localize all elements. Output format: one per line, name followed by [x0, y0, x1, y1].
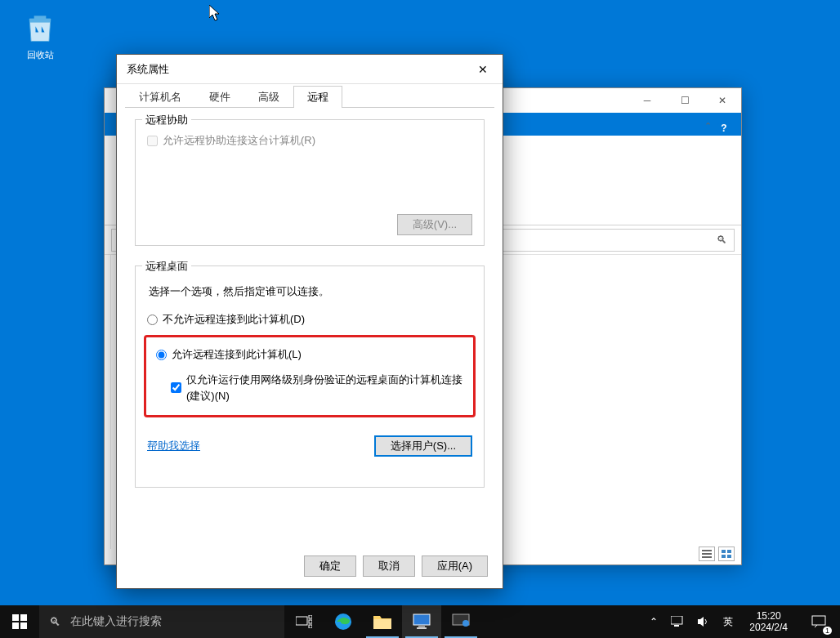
- task-view-icon: [296, 615, 312, 628]
- svg-rect-17: [373, 619, 391, 629]
- volume-icon: [697, 616, 710, 627]
- computer-icon: [413, 613, 431, 630]
- ribbon-collapse-icon[interactable]: ⌃: [704, 121, 712, 132]
- task-view-button[interactable]: [284, 605, 324, 638]
- edge-icon: [334, 613, 352, 631]
- tab-computer-name[interactable]: 计算机名: [125, 86, 195, 108]
- help-me-choose-link[interactable]: 帮助我选择: [147, 439, 200, 453]
- svg-rect-1: [702, 550, 712, 551]
- radio-allow-remote[interactable]: 允许远程连接到此计算机(L): [156, 347, 463, 362]
- svg-rect-24: [674, 625, 679, 627]
- help-icon[interactable]: ?: [717, 121, 731, 136]
- remote-assistance-group: 远程协助 允许远程协助连接这台计算机(R) 高级(V)...: [135, 119, 485, 246]
- search-placeholder: 在此键入进行搜索: [70, 614, 162, 629]
- network-icon: [671, 616, 684, 627]
- svg-rect-11: [20, 622, 27, 629]
- svg-rect-3: [702, 556, 712, 558]
- svg-rect-7: [727, 555, 731, 558]
- svg-rect-18: [413, 614, 430, 625]
- system-tray: ⌃ 英 15:20 2024/2/4 1: [643, 605, 840, 638]
- remote-desktop-group: 远程桌面 选择一个选项，然后指定谁可以连接。 不允许远程连接到此计算机(D) 允…: [135, 265, 485, 488]
- taskbar: 🔍︎ 在此键入进行搜索 ⌃ 英 15:20 2024/2/4 1: [0, 605, 840, 638]
- desktop-icon-label: 回收站: [12, 49, 68, 61]
- svg-rect-15: [309, 625, 312, 628]
- dialog-titlebar: 系统属性 ✕: [117, 55, 503, 84]
- tray-ime[interactable]: 英: [720, 615, 736, 629]
- ok-button[interactable]: 确定: [304, 555, 356, 577]
- search-icon: 🔍︎: [49, 615, 60, 628]
- minimize-button[interactable]: ─: [628, 88, 666, 113]
- taskbar-clock[interactable]: 15:20 2024/2/4: [743, 610, 794, 634]
- checkbox-nla[interactable]: 仅允许运行使用网络级别身份验证的远程桌面的计算机连接(建议)(N): [171, 372, 463, 404]
- group-title: 远程桌面: [142, 259, 191, 274]
- svg-rect-20: [417, 627, 427, 629]
- start-button[interactable]: [0, 605, 39, 638]
- highlight-box: 允许远程连接到此计算机(L) 仅允许运行使用网络级别身份验证的远程桌面的计算机连…: [144, 335, 476, 417]
- tray-network-icon[interactable]: [668, 616, 687, 627]
- folder-icon: [373, 614, 391, 629]
- recycle-bin-icon: [22, 10, 58, 46]
- clock-time: 15:20: [749, 610, 788, 622]
- clock-date: 2024/2/4: [749, 622, 788, 633]
- remote-desktop-desc: 选择一个选项，然后指定谁可以连接。: [149, 284, 471, 299]
- grid-icon: [722, 550, 731, 558]
- view-details-button[interactable]: [699, 547, 715, 561]
- maximize-button[interactable]: ☐: [666, 88, 704, 113]
- tab-hardware[interactable]: 硬件: [195, 86, 244, 108]
- svg-rect-5: [727, 550, 731, 553]
- windows-icon: [12, 614, 27, 629]
- taskbar-app-system[interactable]: [441, 605, 480, 638]
- radio-disallow-remote[interactable]: 不允许远程连接到此计算机(D): [147, 312, 472, 327]
- select-users-button[interactable]: 选择用户(S)...: [374, 435, 472, 457]
- list-icon: [702, 550, 712, 558]
- svg-rect-12: [296, 617, 307, 625]
- svg-rect-6: [722, 555, 726, 558]
- svg-rect-4: [722, 550, 726, 553]
- taskbar-search[interactable]: 🔍︎ 在此键入进行搜索: [39, 605, 284, 638]
- cancel-button[interactable]: 取消: [363, 555, 415, 577]
- svg-rect-13: [309, 615, 312, 618]
- allow-remote-assistance-checkbox[interactable]: 允许远程协助连接这台计算机(R): [147, 133, 472, 148]
- svg-rect-0: [34, 16, 47, 19]
- svg-rect-25: [812, 616, 825, 625]
- svg-rect-10: [12, 622, 19, 629]
- remote-assistance-advanced-button[interactable]: 高级(V)...: [397, 214, 472, 235]
- svg-rect-19: [418, 626, 425, 627]
- notification-button[interactable]: 1: [801, 605, 837, 638]
- svg-rect-23: [671, 616, 682, 624]
- taskbar-app-explorer[interactable]: [363, 605, 402, 638]
- svg-rect-2: [702, 553, 712, 555]
- group-title: 远程协助: [142, 113, 191, 127]
- close-button[interactable]: ✕: [704, 88, 741, 113]
- taskbar-app-settings[interactable]: [402, 605, 441, 638]
- notification-badge: 1: [823, 627, 832, 635]
- explorer-sidebar: [105, 255, 111, 549]
- desktop-icon-recycle-bin[interactable]: 回收站: [12, 10, 68, 61]
- svg-point-22: [462, 620, 469, 627]
- tray-volume-icon[interactable]: [694, 616, 713, 627]
- view-thumbnails-button[interactable]: [718, 547, 735, 561]
- tray-overflow-button[interactable]: ⌃: [646, 616, 661, 627]
- svg-rect-14: [309, 620, 312, 623]
- notification-icon: [811, 615, 826, 628]
- dialog-title: 系统属性: [127, 62, 468, 77]
- dialog-close-button[interactable]: ✕: [468, 58, 498, 81]
- taskbar-app-edge[interactable]: [324, 605, 363, 638]
- dialog-tabs: 计算机名 硬件 高级 远程: [125, 86, 494, 108]
- svg-rect-9: [20, 614, 27, 621]
- apply-button[interactable]: 应用(A): [422, 555, 488, 577]
- system-icon: [452, 613, 470, 630]
- cursor-icon: [209, 5, 222, 23]
- svg-rect-8: [12, 614, 19, 621]
- tab-advanced[interactable]: 高级: [244, 86, 293, 108]
- system-properties-dialog: 系统属性 ✕ 计算机名 硬件 高级 远程 远程协助 允许远程协助连接这台计算机(…: [116, 54, 503, 589]
- search-icon: 🔍︎: [717, 234, 727, 246]
- tab-remote[interactable]: 远程: [293, 86, 342, 108]
